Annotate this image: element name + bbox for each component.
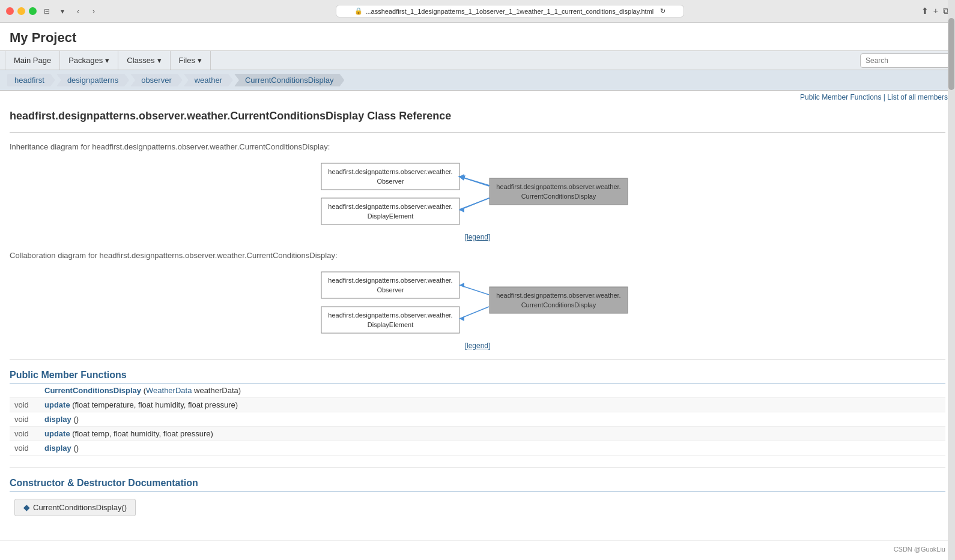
svg-text:DisplayElement: DisplayElement — [368, 212, 413, 220]
svg-marker-27 — [459, 316, 464, 321]
collaboration-legend-link[interactable]: [legend] — [465, 342, 491, 350]
breadcrumb-headfirst[interactable]: headfirst — [7, 74, 55, 86]
svg-rect-15 — [321, 272, 459, 298]
members-divider-top — [10, 360, 945, 360]
address-bar[interactable]: 🔒 ...assheadfirst_1_1designpatterns_1_1o… — [336, 5, 684, 17]
table-row: void display () — [10, 412, 945, 427]
svg-rect-6 — [490, 178, 628, 205]
title-divider — [10, 132, 945, 133]
constructor-section: Constructor & Destructor Documentation ◆… — [10, 468, 945, 516]
bc-designpatterns-label: designpatterns — [67, 76, 118, 85]
classes-dropdown-icon: ▾ — [157, 56, 162, 65]
update-link-2[interactable]: update — [44, 429, 70, 438]
svg-rect-21 — [490, 287, 628, 313]
svg-text:DisplayElement: DisplayElement — [368, 321, 413, 328]
display-link-1[interactable]: display — [44, 415, 71, 424]
public-member-functions-link[interactable]: Public Member Functions — [800, 93, 881, 101]
svg-rect-18 — [321, 307, 459, 333]
collaboration-diagram: headfirst.designpatterns.observer.weathe… — [315, 266, 640, 338]
files-dropdown-icon: ▾ — [198, 56, 202, 65]
svg-text:headfirst.designpatterns.obser: headfirst.designpatterns.observer.weathe… — [496, 183, 620, 190]
inheritance-legend-link[interactable]: [legend] — [465, 233, 491, 241]
display-link-2[interactable]: display — [44, 444, 71, 453]
table-row: void update (float temperature, float hu… — [10, 398, 945, 412]
bc-headfirst-label: headfirst — [14, 76, 44, 85]
svg-text:CurrentConditionsDisplay: CurrentConditionsDisplay — [521, 301, 596, 309]
scrollbar[interactable] — [948, 0, 955, 558]
update-link-1[interactable]: update — [44, 400, 70, 409]
page-header: My Project — [0, 23, 955, 51]
inheritance-diagram: headfirst.designpatterns.observer.weathe… — [315, 157, 640, 229]
constructor-item: ◆ CurrentConditionsDisplay() — [14, 499, 136, 516]
svg-rect-0 — [321, 163, 459, 190]
sidebar-toggle-icon[interactable]: ⊟ — [41, 6, 52, 17]
maximize-button[interactable] — [29, 7, 37, 15]
close-button[interactable] — [6, 7, 14, 15]
breadcrumb-designpatterns[interactable]: designpatterns — [56, 74, 129, 86]
inheritance-label: Inheritance diagram for headfirst.design… — [10, 142, 945, 151]
member-col-4: update (float temp, float humidity, floa… — [40, 427, 945, 441]
svg-marker-12 — [459, 174, 464, 179]
public-member-functions-heading: Public Member Functions — [10, 370, 945, 384]
bc-observer-label: observer — [141, 76, 172, 85]
packages-label: Packages — [68, 56, 103, 65]
files-label: Files — [179, 56, 195, 65]
type-col-1 — [10, 384, 40, 398]
svg-rect-3 — [321, 198, 459, 224]
main-page-label: Main Page — [14, 56, 51, 65]
update-rest-2: (float temp, float humidity, float press… — [72, 429, 213, 438]
member-col-5: display () — [40, 441, 945, 456]
lock-icon: 🔒 — [354, 7, 363, 15]
packages-dropdown-icon: ▾ — [105, 56, 109, 65]
nav-files[interactable]: Files ▾ — [171, 51, 211, 70]
constructor-item-wrap: ◆ CurrentConditionsDisplay() — [10, 499, 945, 516]
scroll-thumb[interactable] — [948, 18, 954, 90]
main-content: headfirst.designpatterns.observer.weathe… — [0, 104, 955, 528]
constructor-bullet-icon: ◆ — [23, 503, 29, 512]
breadcrumb-observer[interactable]: observer — [130, 74, 183, 86]
collaboration-label: Collaboration diagram for headfirst.desi… — [10, 251, 945, 260]
constructor-link[interactable]: CurrentConditionsDisplay — [44, 386, 141, 395]
chevron-down-icon[interactable]: ▾ — [57, 6, 68, 17]
type-col-4: void — [10, 427, 40, 441]
constructor-item-label: CurrentConditionsDisplay() — [33, 503, 127, 512]
table-row: void update (float temp, float humidity,… — [10, 427, 945, 441]
type-col-2: void — [10, 398, 40, 412]
member-table: CurrentConditionsDisplay (WeatherData we… — [10, 384, 945, 456]
list-all-members-link[interactable]: List of all members — [887, 93, 948, 101]
browser-chrome: ⊟ ▾ ‹ › 🔒 ...assheadfirst_1_1designpatte… — [0, 0, 955, 23]
bc-current-label: CurrentConditionsDisplay — [245, 76, 333, 85]
nav-bar: Main Page Packages ▾ Classes ▾ Files ▾ — [0, 51, 955, 70]
member-col-2: update (float temperature, float humidit… — [40, 398, 945, 412]
classes-label: Classes — [127, 56, 154, 65]
share-icon[interactable]: ⬆ — [921, 6, 929, 16]
weatherdata-link[interactable]: WeatherData — [146, 386, 192, 395]
svg-text:headfirst.designpatterns.obser: headfirst.designpatterns.observer.weathe… — [328, 203, 452, 210]
svg-text:Observer: Observer — [377, 286, 404, 294]
nav-main-page[interactable]: Main Page — [5, 51, 60, 70]
back-icon[interactable]: ‹ — [73, 6, 83, 17]
traffic-lights — [6, 7, 37, 15]
svg-text:headfirst.designpatterns.obser: headfirst.designpatterns.observer.weathe… — [328, 277, 452, 284]
constructor-divider — [10, 468, 945, 468]
type-col-3: void — [10, 412, 40, 427]
member-col-1: CurrentConditionsDisplay (WeatherData we… — [40, 384, 945, 398]
display-rest-1: () — [73, 415, 79, 424]
breadcrumb-weather[interactable]: weather — [184, 74, 233, 86]
svg-text:Observer: Observer — [377, 178, 404, 185]
reload-icon[interactable]: ↻ — [660, 7, 665, 15]
type-col-5: void — [10, 441, 40, 456]
minimize-button[interactable] — [17, 7, 25, 15]
nav-packages[interactable]: Packages ▾ — [60, 51, 118, 70]
svg-text:CurrentConditionsDisplay: CurrentConditionsDisplay — [521, 193, 596, 200]
new-tab-icon[interactable]: + — [933, 6, 938, 16]
forward-icon[interactable]: › — [88, 6, 99, 17]
collaboration-legend: [legend] — [10, 342, 945, 350]
search-input[interactable] — [860, 53, 950, 68]
class-title: headfirst.designpatterns.observer.weathe… — [10, 110, 945, 122]
footer: CSDN @GuokLiu — [0, 540, 955, 558]
breadcrumb-current[interactable]: CurrentConditionsDisplay — [234, 74, 344, 86]
bc-weather-label: weather — [195, 76, 222, 85]
nav-classes[interactable]: Classes ▾ — [118, 51, 170, 70]
collaboration-diagram-container: headfirst.designpatterns.observer.weathe… — [10, 266, 945, 338]
